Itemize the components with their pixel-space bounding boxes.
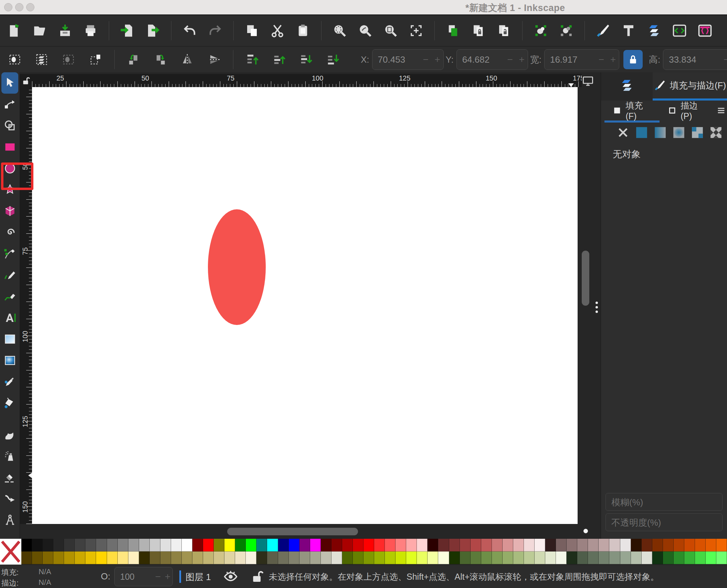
palette-swatch[interactable] [567, 552, 577, 564]
palette-swatch[interactable] [428, 539, 438, 552]
palette-swatch[interactable] [588, 539, 599, 552]
x-field-value[interactable]: 70.453 [372, 54, 420, 65]
palette-swatch[interactable] [246, 539, 256, 552]
drawn-ellipse[interactable] [208, 209, 266, 325]
palette-swatch[interactable] [556, 539, 567, 552]
palette-swatch[interactable] [160, 552, 171, 564]
palette-swatch[interactable] [171, 539, 182, 552]
palette-swatch[interactable] [353, 552, 364, 564]
open-text-dialog-button[interactable] [616, 20, 641, 42]
rectangle-tool[interactable] [0, 136, 20, 158]
spray-tool[interactable] [0, 445, 20, 467]
palette-swatch[interactable] [224, 539, 235, 552]
palette-swatch[interactable] [64, 539, 75, 552]
palette-swatch[interactable] [620, 552, 631, 564]
palette-swatch[interactable] [96, 539, 107, 552]
palette-swatch[interactable] [663, 552, 674, 564]
save-document-button[interactable] [52, 20, 78, 42]
palette-swatch[interactable] [684, 552, 695, 564]
palette-swatch[interactable] [21, 539, 32, 552]
y-decrement-button[interactable]: − [504, 54, 516, 65]
palette-swatch[interactable] [128, 552, 139, 564]
palette-swatch[interactable] [139, 539, 150, 552]
palette-swatch[interactable] [706, 552, 716, 564]
palette-swatch[interactable] [331, 539, 342, 552]
layer-lock-button[interactable] [250, 569, 264, 584]
undo-button[interactable] [177, 20, 202, 42]
palette-swatch[interactable] [513, 552, 524, 564]
palette-swatch[interactable] [492, 552, 503, 564]
text-tool[interactable] [0, 307, 20, 328]
radial-gradient-button[interactable] [672, 126, 686, 139]
palette-swatch[interactable] [289, 539, 299, 552]
tab-layers-dialog[interactable] [601, 72, 653, 101]
palette-swatch[interactable] [545, 539, 556, 552]
deselect-button[interactable] [55, 50, 82, 70]
palette-swatch[interactable] [599, 552, 609, 564]
palette-swatch[interactable] [417, 539, 428, 552]
palette-swatch[interactable] [192, 539, 203, 552]
subtab-stroke-paint[interactable]: 描边(P) [660, 101, 715, 123]
y-field-value[interactable]: 64.682 [457, 54, 504, 65]
current-layer-selector[interactable]: 图层 1 [186, 571, 211, 583]
palette-swatch[interactable] [256, 539, 267, 552]
palette-swatch[interactable] [642, 552, 652, 564]
palette-swatch[interactable] [716, 552, 727, 564]
opacity-increment-button[interactable]: + [163, 571, 172, 582]
zoom-center-page-button[interactable] [403, 20, 429, 42]
open-align-dialog-button[interactable] [692, 20, 718, 42]
palette-swatch[interactable] [128, 539, 139, 552]
palette-swatch[interactable] [577, 539, 588, 552]
lower-to-bottom-button[interactable] [319, 50, 346, 70]
palette-swatch[interactable] [417, 552, 428, 564]
x-decrement-button[interactable]: − [420, 54, 432, 65]
palette-swatch[interactable] [331, 552, 342, 564]
palette-swatch[interactable] [695, 552, 706, 564]
opacity-decrement-button[interactable]: − [153, 571, 163, 582]
width-field-value[interactable]: 16.917 [545, 54, 596, 65]
palette-swatch[interactable] [150, 552, 160, 564]
palette-swatch[interactable] [492, 539, 503, 552]
palette-swatch[interactable] [310, 539, 321, 552]
rotate-cw-button[interactable] [147, 50, 174, 70]
calligraphy-tool[interactable] [0, 286, 20, 307]
palette-swatch[interactable] [471, 552, 481, 564]
palette-swatch[interactable] [652, 539, 663, 552]
palette-swatch[interactable] [503, 552, 513, 564]
palette-swatch[interactable] [235, 539, 246, 552]
palette-swatch[interactable] [535, 552, 545, 564]
x-field[interactable]: 70.453 − + [372, 49, 444, 70]
palette-swatch[interactable] [64, 552, 75, 564]
tab-fill-stroke-dialog[interactable]: 填充与描边(F) [653, 72, 727, 101]
palette-swatch[interactable] [21, 552, 32, 564]
palette-swatch[interactable] [577, 552, 588, 564]
shape-builder-tool[interactable] [0, 115, 20, 136]
palette-swatch[interactable] [599, 539, 609, 552]
palette-swatch[interactable] [75, 539, 85, 552]
palette-swatch[interactable] [396, 539, 406, 552]
redo-button[interactable] [202, 20, 228, 42]
mesh-gradient-tool[interactable] [0, 350, 20, 371]
palette-swatch[interactable] [203, 539, 214, 552]
box-3d-tool[interactable] [0, 200, 20, 222]
color-picker-tool[interactable] [0, 371, 20, 392]
lower-button[interactable] [293, 50, 319, 70]
flip-horizontal-button[interactable] [174, 50, 201, 70]
panel-resize-handle[interactable] [596, 300, 598, 315]
close-window-button[interactable] [4, 3, 12, 11]
palette-swatch[interactable] [471, 539, 481, 552]
palette-swatch[interactable] [182, 552, 192, 564]
create-clone-button[interactable] [466, 20, 491, 42]
palette-swatch[interactable] [706, 539, 716, 552]
palette-swatch[interactable] [674, 552, 684, 564]
palette-swatch[interactable] [364, 539, 374, 552]
palette-swatch[interactable] [406, 552, 417, 564]
palette-swatch[interactable] [107, 552, 118, 564]
height-field-value[interactable]: 33.834 [663, 54, 720, 65]
palette-swatch[interactable] [524, 539, 535, 552]
horizontal-ruler[interactable]: 255075100125150175 [32, 74, 582, 87]
opacity-field[interactable]: 不透明度(%) [605, 513, 723, 531]
palette-swatch[interactable] [449, 552, 460, 564]
palette-swatch[interactable] [107, 539, 118, 552]
width-increment-button[interactable]: + [607, 54, 619, 65]
